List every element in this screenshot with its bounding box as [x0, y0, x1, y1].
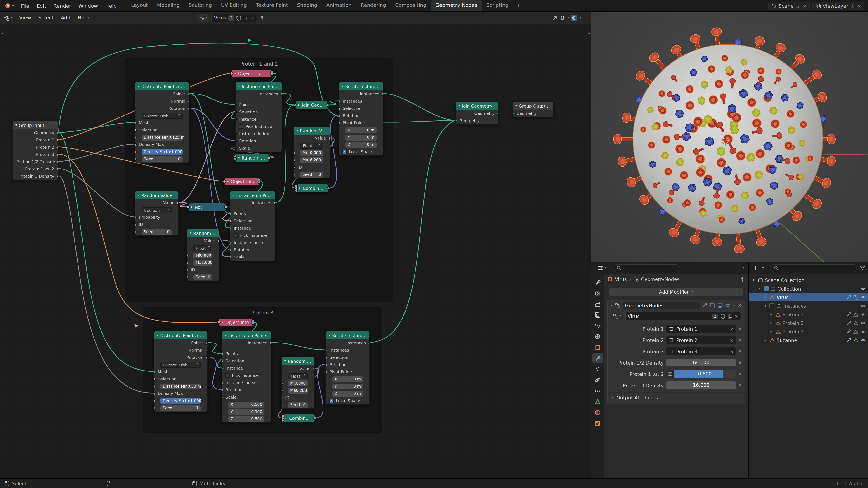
socket-protein-1-vs-2[interactable] [57, 167, 58, 170]
expand-chevron-icon[interactable]: ▸ [763, 295, 768, 299]
node-field-distance-min[interactable]: Distance Min0.33 m [160, 383, 201, 389]
socket-instances[interactable] [326, 349, 327, 352]
modifier-cage-toggle-icon[interactable] [710, 303, 715, 308]
node-rotate-instances-2[interactable]: ▾Rotate InstancesInstancesInstancesSelec… [326, 331, 370, 405]
visibility-eye-icon[interactable] [860, 320, 866, 326]
join-geometry-header[interactable]: ▾Join Geometry [456, 102, 498, 110]
collapse-chevron-icon[interactable]: ▾ [238, 85, 240, 88]
object-field-protein-2[interactable]: Protein 2× [666, 336, 736, 344]
outliner-row-protein-3[interactable]: ▸Protein 3 [749, 327, 868, 336]
socket-rotation[interactable] [339, 114, 340, 117]
boolean-math-not-header[interactable]: ▸Not [188, 203, 225, 211]
socket-scale[interactable] [222, 396, 223, 399]
modifier-edit-mode-toggle-icon[interactable] [702, 303, 708, 308]
modifier-wrench-icon[interactable] [846, 312, 851, 317]
modifier-wrench-icon[interactable] [846, 329, 851, 334]
input-attribute-toggle-icon[interactable] [666, 370, 674, 378]
node-random-value-2[interactable]: ▾Random ValueValueBoolean▾ProbabilityIDS… [135, 191, 179, 236]
socket-instances[interactable] [270, 341, 271, 345]
node-distribute-points-on-faces-1[interactable]: ▾Distribute Points on FacesPointsNormalR… [135, 82, 189, 163]
socket-id[interactable] [135, 223, 136, 226]
properties-search-input[interactable] [612, 264, 680, 272]
modifier-extras-chevron-icon[interactable]: ▾ [733, 304, 735, 307]
collapse-chevron-icon[interactable]: ▸ [227, 180, 229, 183]
node-field-distance-min[interactable]: Distance Min0.125 m [142, 134, 183, 140]
checkbox-pick-instance[interactable] [225, 373, 230, 378]
workspace-tab-texture-paint[interactable]: Texture Paint [251, 0, 292, 12]
users-count-badge[interactable]: 2 [228, 15, 234, 21]
blender-app-menu[interactable]: ▾ [0, 2, 18, 9]
object-field-protein-1[interactable]: Protein 1× [666, 325, 736, 332]
clear-object-icon[interactable]: × [730, 337, 734, 343]
outliner-row-instances[interactable]: ▾Instances [749, 301, 868, 310]
socket-id[interactable] [187, 268, 188, 271]
workspace-tab-animation[interactable]: Animation [322, 0, 356, 12]
socket-distance-min[interactable] [154, 385, 156, 388]
expand-chevron-icon[interactable]: ▸ [763, 338, 768, 342]
unlink-icon[interactable]: × [251, 15, 254, 20]
socket-value[interactable] [313, 367, 314, 370]
workspace-tab-shading[interactable]: Shading [292, 0, 322, 12]
visibility-eye-icon[interactable] [860, 312, 866, 317]
expand-chevron-icon[interactable]: ▸ [769, 313, 774, 316]
fake-user-shield-icon[interactable] [236, 15, 242, 21]
socket-geo[interactable] [326, 103, 329, 106]
node-menu-view[interactable]: View [16, 13, 35, 23]
pin-icon[interactable] [740, 276, 745, 282]
properties-tab-output[interactable] [592, 299, 603, 308]
combine-xyz-2-header[interactable]: ▸Combine XY [283, 414, 315, 422]
nodes-icon[interactable] [853, 294, 859, 300]
modifier-wrench-icon[interactable] [846, 337, 851, 343]
decorator-dot[interactable] [739, 373, 741, 375]
socket-instances[interactable] [381, 92, 383, 96]
socket-ma[interactable] [187, 261, 188, 264]
socket-points[interactable] [206, 341, 207, 345]
socket-instance[interactable] [222, 367, 223, 370]
breadcrumb-object[interactable]: Virus [615, 276, 627, 282]
socket-mesh[interactable] [135, 121, 136, 125]
socket-instances[interactable] [368, 341, 369, 345]
socket-points[interactable] [188, 92, 189, 96]
checkbox-pick-instance[interactable] [233, 233, 238, 238]
visibility-eye-icon[interactable] [860, 286, 866, 291]
slider-field-protein-1-vs-2[interactable]: 0.800 [666, 370, 736, 378]
socket-points[interactable] [230, 212, 231, 215]
socket-rotation[interactable] [206, 356, 207, 359]
socket-normal[interactable] [206, 349, 207, 352]
properties-tab-modifiers[interactable] [592, 353, 603, 363]
random-value-collapsed-header[interactable]: ▸Random Val [236, 154, 269, 162]
outliner-row-virus[interactable]: ▸Virus [749, 293, 868, 301]
collapse-chevron-icon[interactable]: ▾ [342, 85, 343, 88]
socket-selection[interactable] [154, 378, 156, 381]
socket-vec[interactable] [313, 416, 316, 420]
collapse-chevron-icon[interactable]: ▾ [138, 85, 140, 88]
modifier-wrench-icon[interactable] [846, 320, 851, 326]
collapse-chevron-icon[interactable]: ▾ [16, 124, 17, 127]
socket-ma[interactable] [294, 158, 295, 162]
collapse-chevron-icon[interactable]: ▾ [329, 334, 330, 337]
socket-selection[interactable] [230, 219, 231, 223]
socket-id[interactable] [282, 396, 283, 399]
collapse-chevron-icon[interactable]: ▾ [297, 129, 298, 132]
node-dropdown-float[interactable]: Float▾ [193, 245, 213, 251]
modifier-wrench-icon[interactable] [846, 294, 851, 300]
socket-mi[interactable] [282, 382, 283, 385]
combine-xyz-1-header[interactable]: ▸Combine XY [297, 184, 328, 192]
node-combine-xyz-2[interactable]: ▸Combine XY [283, 414, 315, 422]
decorator-dot[interactable] [739, 328, 741, 330]
decorator-dot[interactable] [739, 361, 741, 364]
checkbox-pick-instance[interactable] [239, 124, 243, 129]
socket-obj[interactable] [217, 321, 221, 324]
distribute-points-on-faces-2-header[interactable]: ▾Distribute Points on Faces [154, 331, 207, 339]
socket-flt[interactable] [268, 156, 271, 159]
node-link[interactable] [58, 144, 135, 161]
unlink-scene-icon[interactable]: × [803, 3, 807, 8]
socket-instances[interactable] [339, 100, 340, 103]
visibility-eye-icon[interactable] [860, 329, 866, 334]
data-icon[interactable] [853, 312, 859, 317]
socket-vec[interactable] [327, 186, 330, 190]
socket-id[interactable] [294, 166, 295, 169]
node-tree-browse-button[interactable]: ▾ [197, 14, 209, 22]
visibility-eye-icon[interactable] [860, 303, 866, 308]
socket-obj[interactable] [223, 180, 226, 183]
